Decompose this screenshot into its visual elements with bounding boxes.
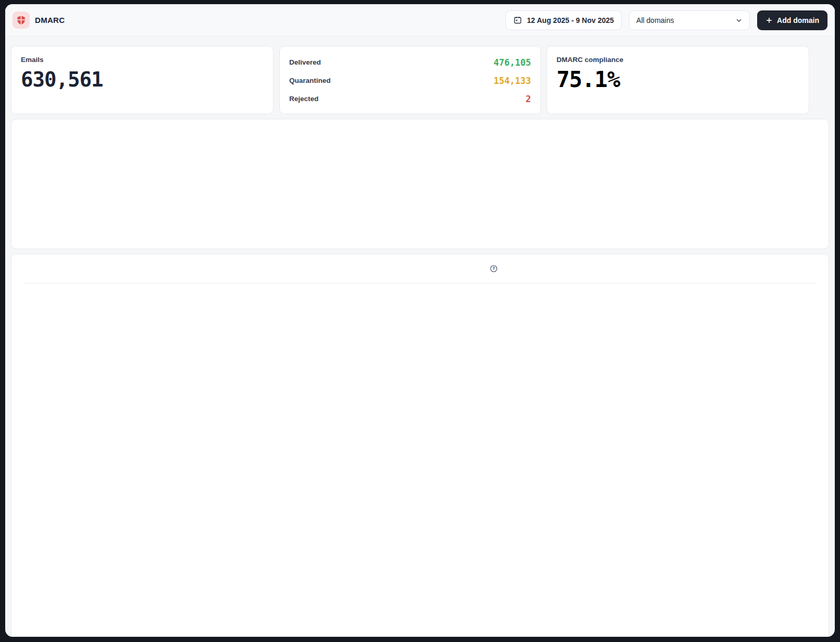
page-title: DMARC <box>35 16 65 24</box>
breakdown-value: 476,105 <box>493 57 531 68</box>
stats-row: Emails 630,561 Delivered 476,105 Quarant… <box>11 46 829 114</box>
table-header-row: ? <box>23 254 817 283</box>
calendar-icon <box>513 16 522 24</box>
breakdown-row: Rejected 2 <box>289 90 531 108</box>
breakdown-label: Delivered <box>289 58 321 66</box>
plus-icon <box>765 17 773 24</box>
dmarc-app: DMARC 12 Aug 2025 - 9 Nov 2025 All domai… <box>5 4 835 637</box>
dmarc-shield-logo-icon <box>13 11 30 29</box>
add-domain-button[interactable]: Add domain <box>757 10 827 30</box>
breakdown-value: 154,133 <box>493 76 531 86</box>
domain-filter-select[interactable]: All domains <box>629 10 750 30</box>
breakdown-row: Delivered 476,105 <box>289 53 531 71</box>
chevron-down-icon <box>735 17 743 24</box>
dmarc-compliance-card: DMARC compliance 75.1% <box>547 46 809 114</box>
compliance-label: DMARC compliance <box>557 56 799 64</box>
emails-total-card: Emails 630,561 <box>11 46 274 114</box>
help-icon[interactable]: ? <box>490 265 498 273</box>
breakdown-label: Quarantined <box>289 77 331 84</box>
breakdown-row: Quarantined 154,133 <box>289 71 531 90</box>
col-dmarc-compliance: ? <box>487 265 498 273</box>
top-bar: DMARC 12 Aug 2025 - 9 Nov 2025 All domai… <box>5 4 835 36</box>
breakdown-label: Rejected <box>289 95 318 103</box>
svg-text:?: ? <box>492 266 495 271</box>
email-volume-chart <box>11 119 829 249</box>
disposition-breakdown-card: Delivered 476,105 Quarantined 154,133 Re… <box>279 46 541 114</box>
domain-filter-value: All domains <box>636 16 674 24</box>
brand: DMARC <box>13 11 65 29</box>
date-range-label: 12 Aug 2025 - 9 Nov 2025 <box>527 16 614 24</box>
add-domain-label: Add domain <box>777 16 819 24</box>
breakdown-value: 2 <box>526 94 531 104</box>
date-range-picker[interactable]: 12 Aug 2025 - 9 Nov 2025 <box>505 10 622 30</box>
emails-label: Emails <box>21 56 264 64</box>
sources-table: ? <box>11 254 829 637</box>
compliance-value: 75.1% <box>557 67 799 92</box>
emails-value: 630,561 <box>21 68 264 91</box>
